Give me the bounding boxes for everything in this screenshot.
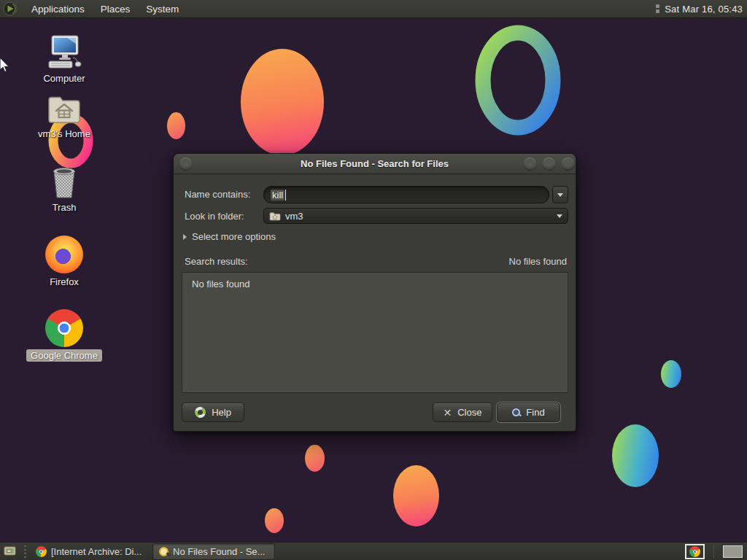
taskbar-item-search-files[interactable]: No Files Found - Se... [152,543,275,560]
help-icon [195,407,206,418]
firefox-icon [45,236,83,273]
expander-arrow-icon [183,234,187,240]
wallpaper-blob [241,49,324,155]
wallpaper-blob [305,445,325,472]
find-button-label: Find [526,407,544,418]
close-window-button[interactable] [562,158,574,170]
chevron-down-icon [557,214,562,218]
look-in-folder-combobox[interactable]: vm3 [263,208,568,224]
chrome-icon [36,546,47,557]
name-contains-input[interactable]: kill [263,186,549,203]
wallpaper-blob [661,360,681,388]
desktop-icon-label: Trash [48,201,81,214]
computer-icon [45,34,83,70]
maximize-button[interactable] [543,158,555,170]
results-status: No files found [509,253,568,271]
close-icon: ✕ [444,408,452,418]
system-tray [685,544,747,559]
name-contains-dropdown-button[interactable] [552,186,568,203]
find-button[interactable]: Find [497,402,560,422]
trash-icon [47,165,81,199]
desktop-icon-computer[interactable]: Computer [20,34,108,85]
desktop-icon-label: Computer [39,72,89,85]
close-button-label: Close [457,407,481,418]
help-button[interactable]: Help [182,402,244,422]
panel-indicator-icon[interactable] [656,4,659,13]
menu-system[interactable]: System [138,0,187,18]
desktop-icon-label: vm3's Home [34,128,95,140]
panel-handle[interactable] [24,545,26,558]
search-icon [159,547,169,556]
desktop-icon-trash[interactable]: Trash [20,165,108,214]
desktop-icon-home[interactable]: vm3's Home [20,93,108,140]
menu-applications[interactable]: Applications [23,0,93,18]
search-icon [512,408,520,416]
desktop-icon-firefox[interactable]: Firefox [20,236,108,288]
panel-separator [713,545,714,559]
top-panel: Applications Places System Sat Mar 16, 0… [0,0,747,18]
show-desktop-icon [4,545,17,557]
window-menu-button[interactable] [179,158,192,170]
look-in-folder-value: vm3 [285,211,303,222]
show-desktop-button[interactable] [1,544,19,559]
help-button-label: Help [212,407,231,418]
search-files-dialog: No Files Found - Search for Files Name c… [173,153,576,432]
home-folder-icon [47,93,82,125]
wallpaper-blob [393,465,439,526]
clock[interactable]: Sat Mar 16, 05:43 [665,4,743,15]
chrome-icon [45,309,83,347]
expander-label: Select more options [192,231,276,242]
desktop-screen: Applications Places System Sat Mar 16, 0… [0,0,747,560]
taskbar-item-label: [Internet Archive: Di... [51,546,142,557]
home-folder-small-icon [269,211,281,221]
chrome-icon [689,546,700,557]
more-options-expander[interactable]: Select more options [183,231,276,242]
menu-places[interactable]: Places [93,0,139,18]
dialog-titlebar[interactable]: No Files Found - Search for Files [174,154,576,174]
distro-menu-icon[interactable] [3,1,18,16]
desktop-icon-label: Firefox [45,276,83,288]
minimize-button[interactable] [524,158,536,170]
search-results-label: Search results: [185,253,248,271]
name-contains-label: Name contains: [185,186,250,203]
wallpaper-blob [612,424,659,487]
mouse-cursor [0,57,10,74]
tray-chrome-indicator[interactable] [685,544,705,559]
wallpaper-blob [167,112,185,139]
chevron-down-icon [557,193,563,197]
desktop-icon-chrome[interactable]: Google Chrome [20,309,108,362]
input-selected-text: kill [271,190,285,201]
search-results-list[interactable]: No files found [182,272,568,393]
results-empty-text: No files found [192,279,250,289]
taskbar-item-label: No Files Found - Se... [173,546,265,557]
wallpaper-ring-large [475,25,561,136]
look-in-folder-label: Look in folder: [185,208,244,225]
dialog-title: No Files Found - Search for Files [174,158,576,169]
wallpaper-blob [265,508,284,533]
taskbar-item-internet-archive[interactable]: [Internet Archive: Di... [30,543,149,560]
workspace-switcher[interactable] [723,545,743,558]
bottom-panel: [Internet Archive: Di... No Files Found … [0,542,747,560]
desktop-icon-label: Google Chrome [26,349,102,362]
text-caret [285,190,286,201]
close-button[interactable]: ✕ Close [433,402,492,422]
